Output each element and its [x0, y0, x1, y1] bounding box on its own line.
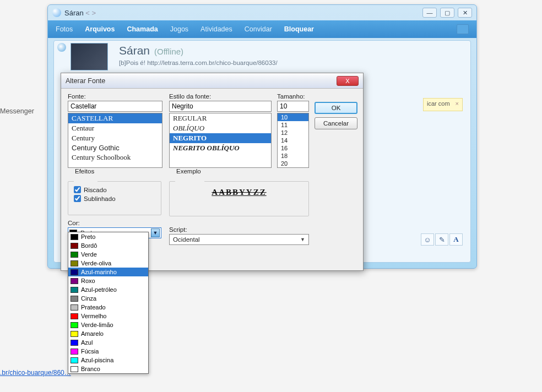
color-option[interactable]: Verde-limão	[68, 320, 148, 329]
strike-check-input[interactable]	[74, 186, 81, 193]
collapse-icon[interactable]	[57, 43, 66, 52]
style-input[interactable]	[169, 101, 272, 112]
color-option[interactable]: Verde	[68, 250, 148, 259]
color-option[interactable]: Vermelho	[68, 312, 148, 320]
color-swatch-icon	[71, 278, 78, 284]
color-swatch-icon	[71, 357, 78, 363]
size-option[interactable]: 11	[278, 121, 308, 129]
contact-psm: [b]Pois é! http://letras.terra.com.br/ch…	[119, 59, 278, 66]
color-dropdown[interactable]: PretoBordôVerdeVerde-olivaAzul-marinhoRo…	[68, 232, 149, 374]
font-option[interactable]: Centaur	[68, 123, 162, 133]
nav-arquivos[interactable]: Arquivos	[85, 25, 115, 33]
effects-group: Efeitos Riscado Sublinhado	[68, 178, 161, 215]
size-listbox[interactable]: 10111214161820	[277, 113, 309, 168]
close-button[interactable]: ✕	[458, 8, 472, 18]
ok-button[interactable]: OK	[315, 102, 357, 114]
color-option[interactable]: Bordô	[68, 241, 148, 250]
font-input[interactable]	[68, 101, 162, 112]
color-swatch-icon	[71, 366, 78, 372]
color-option[interactable]: Azul-petróleo	[68, 285, 148, 294]
messenger-titlebar[interactable]: Sáran < > — ▢ ✕	[48, 5, 476, 20]
color-option[interactable]: Fúcsia	[68, 347, 148, 356]
size-option[interactable]: 20	[278, 160, 308, 167]
size-option[interactable]: 18	[278, 152, 308, 160]
color-swatch-icon	[71, 304, 78, 311]
color-swatch-icon	[71, 252, 78, 258]
color-swatch-icon	[71, 349, 78, 355]
font-label: Fonte:	[68, 93, 162, 100]
color-swatch-icon	[71, 234, 78, 240]
contact-name: Sáran(Offline)	[119, 44, 183, 57]
font-option[interactable]: CASTELLAR	[68, 113, 162, 123]
style-option[interactable]: REGULAR	[170, 113, 271, 123]
style-option[interactable]: NEGRITO	[170, 133, 271, 143]
color-option[interactable]: Verde-oliva	[68, 259, 148, 268]
footer-link[interactable]: .br/chico-buarque/860…	[0, 369, 71, 377]
font-button[interactable]: A	[449, 233, 463, 246]
notice-close-icon[interactable]: ×	[456, 100, 459, 107]
color-swatch-icon	[71, 313, 78, 319]
color-option[interactable]: Preto	[68, 232, 148, 241]
underline-check-input[interactable]	[74, 195, 81, 202]
underline-checkbox[interactable]: Sublinhado	[74, 195, 155, 202]
color-swatch-icon	[71, 269, 78, 275]
emoji-button[interactable]: ☺	[421, 233, 434, 246]
nav-jogos[interactable]: Jogos	[170, 25, 188, 33]
effects-legend: Efeitos	[73, 168, 96, 175]
style-option[interactable]: NEGRITO OBLÍQUO	[170, 143, 271, 153]
nav-fotos[interactable]: Fotos	[56, 25, 73, 33]
font-listbox[interactable]: CASTELLARCentaurCenturyCentury GothicCen…	[68, 113, 162, 168]
toolbar-overflow-icon[interactable]	[457, 24, 469, 34]
size-option[interactable]: 12	[278, 129, 308, 137]
color-swatch-icon	[71, 340, 78, 346]
minimize-button[interactable]: —	[422, 8, 437, 18]
cancel-button[interactable]: Cancelar	[315, 117, 357, 129]
dialog-titlebar[interactable]: Alterar Fonte X	[61, 73, 363, 89]
color-swatch-icon	[71, 287, 78, 293]
font-option[interactable]: Century Schoolbook	[68, 153, 162, 162]
script-label: Script:	[169, 226, 309, 233]
color-swatch-icon	[71, 243, 78, 249]
window-title: Sáran < >	[64, 9, 96, 17]
style-option[interactable]: OBLÍQUO	[170, 123, 271, 133]
color-option[interactable]: Azul-marinho	[68, 268, 148, 276]
sidebar-label: Messenger	[0, 107, 34, 115]
nav-bloquear[interactable]: Bloquear	[284, 25, 314, 33]
color-option[interactable]: Roxo	[68, 276, 148, 285]
app-icon	[52, 8, 61, 17]
color-option[interactable]: Azul-piscina	[68, 356, 148, 364]
color-option[interactable]: Cinza	[68, 294, 148, 303]
format-mini-toolbar: ☺ ✎ A	[421, 233, 463, 246]
color-option[interactable]: Azul	[68, 338, 148, 347]
color-option[interactable]: Amarelo	[68, 329, 148, 338]
nav-atividades[interactable]: Atividades	[200, 25, 232, 33]
size-input[interactable]	[277, 101, 309, 112]
sample-legend: Exemplo	[174, 168, 203, 175]
style-listbox[interactable]: REGULAROBLÍQUONEGRITONEGRITO OBLÍQUO	[169, 113, 272, 168]
color-swatch-icon	[71, 296, 78, 302]
sample-text: AABBYYZZ	[175, 188, 303, 197]
color-swatch-icon	[71, 331, 78, 337]
size-label: Tamanho:	[277, 93, 309, 100]
maximize-button[interactable]: ▢	[440, 8, 454, 18]
color-option[interactable]: Branco	[68, 364, 148, 373]
color-swatch-icon	[71, 322, 78, 328]
font-option[interactable]: Century	[68, 133, 162, 143]
font-option[interactable]: Century Gothic	[68, 143, 162, 153]
nav-convidar[interactable]: Convidar	[245, 25, 272, 33]
style-label: Estilo da fonte:	[169, 93, 272, 100]
dropdown-arrow-icon[interactable]: ▼	[151, 228, 160, 237]
color-option[interactable]: Prateado	[68, 303, 148, 312]
pen-button[interactable]: ✎	[435, 233, 448, 246]
avatar[interactable]	[71, 43, 108, 70]
dialog-close-button[interactable]: X	[337, 76, 359, 86]
dialog-title: Alterar Fonte	[66, 77, 105, 85]
strike-checkbox[interactable]: Riscado	[74, 186, 155, 193]
size-option[interactable]: 16	[278, 144, 308, 152]
script-select[interactable]: Ocidental ▼	[169, 234, 309, 245]
size-option[interactable]: 14	[278, 137, 308, 144]
sample-group: Exemplo AABBYYZZ	[169, 178, 309, 216]
size-option[interactable]: 10	[278, 113, 308, 121]
nav-chamada[interactable]: Chamada	[127, 25, 158, 33]
color-swatch-icon	[71, 260, 78, 266]
